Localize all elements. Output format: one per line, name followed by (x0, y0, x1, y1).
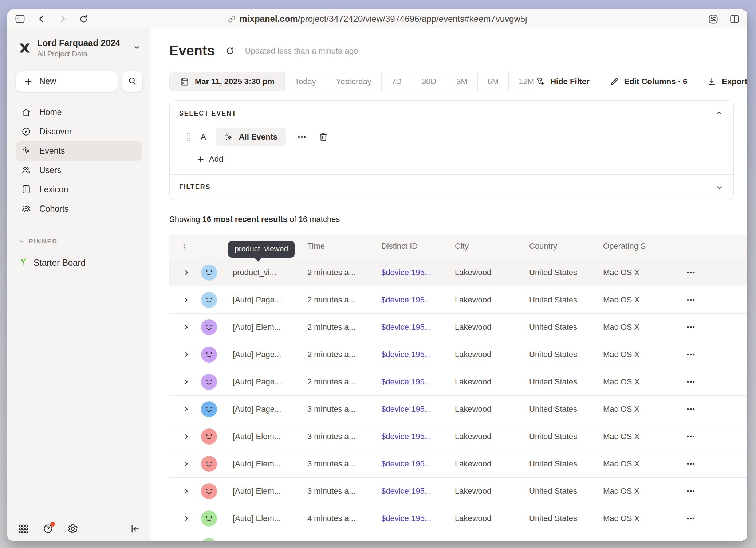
expand-row-icon[interactable] (182, 406, 195, 413)
page-settings-icon[interactable] (708, 13, 719, 25)
help-icon[interactable] (43, 523, 54, 534)
table-row[interactable]: product_vi... 2 minutes a... $device:195… (169, 259, 747, 286)
date-range-control: Mar 11, 2025 3:30 pm Today Yesterday 7D … (169, 72, 535, 91)
url-text: mixpanel.com/project/3472420/view/397469… (240, 14, 527, 24)
add-event-button[interactable]: Add (197, 154, 223, 164)
expand-row-icon[interactable] (182, 460, 195, 467)
pinned-section-toggle[interactable]: PINNED (16, 238, 142, 245)
os-cell: Mac OS X (603, 295, 683, 305)
distinct-id-link[interactable]: $device:195... (381, 404, 455, 414)
reload-icon[interactable] (79, 14, 88, 24)
expand-row-icon[interactable] (182, 269, 195, 276)
distinct-id-link[interactable]: $device:195... (381, 377, 455, 387)
sidebar-item-lexicon[interactable]: Lexicon (16, 180, 142, 199)
distinct-id-link[interactable]: $device:195... (381, 459, 455, 469)
preset-6m[interactable]: 6M (477, 72, 509, 91)
sidebar-item-discover[interactable]: Discover (16, 122, 142, 141)
row-more-options-icon[interactable] (684, 323, 747, 331)
table-row[interactable]: [Auto] Page... 2 minutes a... $device:19… (169, 286, 747, 314)
distinct-id-link[interactable]: $device:195... (381, 486, 455, 496)
chevron-up-icon[interactable] (715, 109, 723, 117)
table-row[interactable]: [Auto] Page... 2 minutes a... $device:19… (169, 341, 747, 368)
preset-yesterday[interactable]: Yesterday (326, 72, 381, 91)
event-name-cell: [Auto] Page... (223, 377, 307, 387)
collapse-sidebar-icon[interactable] (130, 524, 140, 534)
sidebar-item-events[interactable]: Events (16, 141, 142, 161)
search-button[interactable] (122, 71, 142, 92)
results-summary: Showing 16 most recent results of 16 mat… (169, 215, 747, 224)
row-more-options-icon[interactable] (684, 378, 747, 386)
event-tooltip: product_viewed (228, 241, 295, 258)
preset-12m[interactable]: 12M (508, 72, 535, 91)
row-more-options-icon[interactable] (684, 432, 747, 441)
preset-30d[interactable]: 30D (412, 72, 446, 91)
event-pill-label: All Events (239, 132, 277, 142)
time-cell: 3 minutes a... (307, 459, 381, 469)
event-name-cell: [Auto] Elem... (223, 514, 307, 523)
preset-7d[interactable]: 7D (381, 72, 412, 91)
export-button[interactable]: Export (707, 77, 747, 87)
preset-today[interactable]: Today (284, 72, 326, 91)
row-more-options-icon[interactable] (684, 405, 747, 413)
search-icon (127, 76, 137, 87)
sidebar-toggle-icon[interactable] (15, 13, 25, 24)
distinct-id-link[interactable]: $device:195... (381, 322, 455, 332)
sort-icon[interactable]: ↓↑ (182, 241, 190, 251)
preset-3m[interactable]: 3M (446, 72, 477, 91)
table-row[interactable]: [Auto] Page... 3 minutes a... $device:19… (169, 396, 747, 423)
expand-row-icon[interactable] (182, 515, 195, 522)
expand-row-icon[interactable] (182, 324, 195, 331)
event-selector-pill[interactable]: All Events (216, 128, 286, 146)
event-avatar (201, 292, 217, 308)
split-view-icon[interactable] (729, 13, 740, 24)
distinct-id-link[interactable]: $device:195... (381, 350, 455, 359)
row-more-options-icon[interactable] (684, 487, 747, 495)
table-row[interactable]: [Auto] Elem... 4 minutes a... $device:19… (169, 505, 747, 532)
distinct-id-link[interactable]: $device:195... (381, 268, 455, 277)
row-more-options-icon[interactable] (684, 460, 747, 468)
project-switcher[interactable]: Lord Farquaad 2024 All Project Data (16, 38, 142, 58)
event-avatar (201, 483, 217, 499)
expand-row-icon[interactable] (182, 296, 195, 304)
distinct-id-link[interactable]: $device:195... (381, 295, 455, 305)
column-header-os: Operating S (603, 242, 683, 251)
edit-columns-button[interactable]: Edit Columns · 6 (609, 77, 688, 87)
os-cell: Mac OS X (603, 432, 683, 441)
sidebar-item-label: Users (39, 165, 61, 175)
row-more-options-icon[interactable] (684, 514, 747, 522)
distinct-id-link[interactable]: $device:195... (381, 514, 455, 523)
pinned-item-starter-board[interactable]: Starter Board (16, 257, 142, 269)
gear-icon[interactable] (67, 523, 78, 534)
expand-row-icon[interactable] (182, 433, 195, 440)
expand-row-icon[interactable] (182, 351, 195, 358)
table-row[interactable]: [Auto] Elem... 3 minutes a... $device:19… (169, 423, 747, 450)
distinct-id-link[interactable]: $device:195... (381, 432, 455, 441)
new-button[interactable]: New (16, 71, 118, 92)
apps-grid-icon[interactable] (18, 524, 29, 534)
chevron-down-icon[interactable] (715, 183, 723, 191)
expand-row-icon[interactable] (182, 378, 195, 385)
sidebar-item-users[interactable]: Users (16, 161, 142, 180)
hide-filter-button[interactable]: Hide Filter (535, 77, 590, 87)
table-row[interactable]: [Auto] Elem... 2 minutes a... $device:19… (169, 314, 747, 341)
drag-handle-icon[interactable] (186, 132, 191, 142)
event-more-options-icon[interactable] (295, 133, 309, 141)
table-row[interactable]: [Auto] Elem... 3 minutes a... $device:19… (169, 478, 747, 505)
date-range-label: Mar 11, 2025 3:30 pm (195, 77, 275, 86)
expand-row-icon[interactable] (182, 488, 195, 495)
address-bar[interactable]: mixpanel.com/project/3472420/view/397469… (228, 9, 527, 28)
refresh-icon[interactable] (225, 46, 235, 56)
table-row[interactable] (169, 532, 747, 541)
sidebar-item-cohorts[interactable]: Cohorts (16, 199, 142, 219)
table-row[interactable]: [Auto] Page... 2 minutes a... $device:19… (169, 368, 747, 396)
row-more-options-icon[interactable] (684, 351, 747, 359)
back-arrow-icon[interactable] (36, 14, 47, 24)
row-more-options-icon[interactable] (684, 269, 747, 277)
trash-icon[interactable] (318, 132, 328, 142)
plus-icon (197, 155, 205, 163)
row-more-options-icon[interactable] (684, 296, 747, 304)
date-range-selected[interactable]: Mar 11, 2025 3:30 pm (170, 72, 284, 91)
sidebar-item-home[interactable]: Home (16, 103, 142, 122)
event-name-cell: [Auto] Elem... (223, 486, 307, 496)
table-row[interactable]: [Auto] Elem... 3 minutes a... $device:19… (169, 450, 747, 478)
